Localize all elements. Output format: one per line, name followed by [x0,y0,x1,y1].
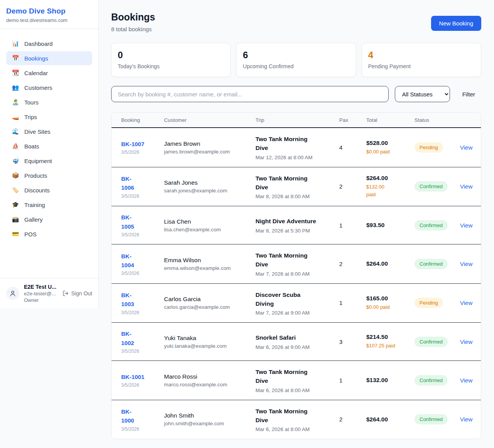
sidebar-item-training[interactable]: 🎓 Training [6,198,92,212]
status-badge: Confirmed [414,375,448,386]
sidebar-item-boats[interactable]: ⛵ Boats [6,139,92,153]
booking-date: 3/5/2026 [121,349,164,354]
pax-count: 1 [339,377,366,384]
main-content: Bookings 8 total bookings New Booking 0 … [99,0,494,439]
sidebar-item-label: Trips [24,114,37,120]
table-row: BK- 1000 3/5/2026 John Smith john.smith@… [112,400,481,439]
sidebar-user-section: E2E Test U... e2e-tester@... Owner Sign … [0,278,98,308]
stat-card-upcoming-confirmed: 6 Upcoming Confirmed [236,43,356,77]
customer-name: Marco Rossi [164,373,255,380]
customer-email: emma.wilson@example.com [164,265,255,271]
pax-count: 1 [339,300,366,306]
booking-id-link[interactable]: BK- 1000 [121,407,164,425]
booking-id-link[interactable]: BK- 1004 [121,252,164,270]
people-icon: 👥 [12,84,19,91]
trip-time: Mar 6, 2026 at 9:00 AM [255,344,339,350]
trip-name: Two Tank Morning Dive [255,367,339,386]
status-badge: Confirmed [414,337,448,347]
dive-mask-icon: 🤿 [12,157,19,164]
stat-value: 6 [243,50,349,61]
trip-time: Mar 6, 2026 at 8:00 AM [255,387,339,393]
filters-row: All Statuses Filter [111,86,481,102]
sidebar-item-label: Tours [24,99,39,106]
trip-name: Two Tank Morning Dive [255,174,339,192]
trip-name: Two Tank Morning Dive [255,251,339,269]
sidebar-item-pos[interactable]: 💳 POS [6,227,92,241]
stat-label: Upcoming Confirmed [243,63,349,69]
status-badge: Pending [414,142,443,153]
avatar [6,287,19,300]
search-input[interactable] [111,86,389,102]
view-link[interactable]: View [460,377,472,384]
sidebar-item-products[interactable]: 📦 Products [6,168,92,182]
booking-id-link[interactable]: BK- 1006 [121,174,164,192]
stat-label: Pending Payment [368,63,475,69]
trip-time: Mar 12, 2026 at 8:00 AM [255,155,339,160]
filter-button[interactable]: Filter [456,88,481,101]
trip-name: Snorkel Safari [255,333,339,342]
sidebar-item-bookings[interactable]: 📅 Bookings [6,51,92,65]
shop-name: Demo Dive Shop [6,7,92,15]
tear-calendar-icon: 📆 [12,69,19,76]
customer-email: sarah.jones@example.com [164,188,255,194]
sidebar-item-discounts[interactable]: 🏷️ Discounts [6,183,92,197]
sidebar-item-label: Training [24,202,45,208]
view-link[interactable]: View [460,183,472,190]
new-booking-button[interactable]: New Booking [431,16,481,31]
camera-icon: 📸 [12,216,19,223]
table-row: BK-1001 3/5/2026 Marco Rossi marco.rossi… [112,361,481,400]
view-link[interactable]: View [460,222,472,229]
total-amount: $264.00 [366,260,414,267]
view-link[interactable]: View [460,339,472,345]
column-header-booking: Booking [121,117,164,123]
view-link[interactable]: View [460,300,472,306]
status-badge: Confirmed [414,220,448,231]
booking-date: 3/5/2026 [121,232,164,237]
view-link[interactable]: View [460,416,472,423]
status-badge: Confirmed [414,181,448,192]
stat-card-pending-payment: 4 Pending Payment [362,43,481,77]
booking-id-link[interactable]: BK-1001 [121,372,164,381]
customer-email: carlos.garcia@example.com [164,304,255,310]
sidebar: Demo Dive Shop demo.test.divestreams.com… [0,0,99,308]
status-filter-select[interactable]: All Statuses [395,86,450,102]
pax-count: 1 [339,222,366,229]
total-amount: $132.00 [366,377,414,384]
paid-amount: $107.25 paid [366,342,414,350]
sign-out-label: Sign Out [71,290,92,296]
sidebar-item-label: Dive Sites [24,128,51,135]
sidebar-item-trips[interactable]: 🚤 Trips [6,110,92,124]
sidebar-item-tours[interactable]: 🏝️ Tours [6,95,92,109]
booking-id-link[interactable]: BK- 1003 [121,291,164,309]
sidebar-item-dashboard[interactable]: 📊 Dashboard [6,37,92,51]
sidebar-item-dive-sites[interactable]: 🌊 Dive Sites [6,125,92,138]
trip-name: Night Dive Adventure [255,217,339,226]
sidebar-item-gallery[interactable]: 📸 Gallery [6,212,92,226]
booking-id-link[interactable]: BK-1007 [121,140,164,148]
view-link[interactable]: View [460,144,472,151]
sign-out-button[interactable]: Sign Out [63,290,92,296]
table-header-row: Booking Customer Trip Pax Total Status [112,113,481,128]
trip-time: Mar 6, 2026 at 8:00 AM [255,426,339,432]
trip-name: Discover Scuba Diving [255,290,339,308]
customer-email: john.smith@example.com [164,421,255,426]
shop-domain: demo.test.divestreams.com [6,17,92,23]
total-amount: $264.00 [366,175,414,182]
booking-date: 3/5/2026 [121,150,164,155]
sidebar-item-label: Bookings [24,55,48,62]
booking-id-link[interactable]: BK- 1005 [121,213,164,231]
sidebar-item-label: POS [24,231,37,237]
view-link[interactable]: View [460,261,472,267]
customer-email: lisa.chen@example.com [164,227,255,232]
customer-name: Sarah Jones [164,179,255,186]
booking-id-link[interactable]: BK- 1002 [121,329,164,347]
user-role: Owner [24,297,58,303]
paid-amount: $132.00 paid [366,183,414,198]
trip-time: Mar 8, 2026 at 5:30 PM [255,228,339,234]
tag-icon: 🏷️ [12,187,19,194]
sidebar-item-customers[interactable]: 👥 Customers [6,81,92,94]
trip-time: Mar 7, 2026 at 9:00 AM [255,310,339,316]
sidebar-item-calendar[interactable]: 📆 Calendar [6,66,92,80]
sidebar-item-equipment[interactable]: 🤿 Equipment [6,154,92,168]
stat-value: 0 [118,50,224,61]
